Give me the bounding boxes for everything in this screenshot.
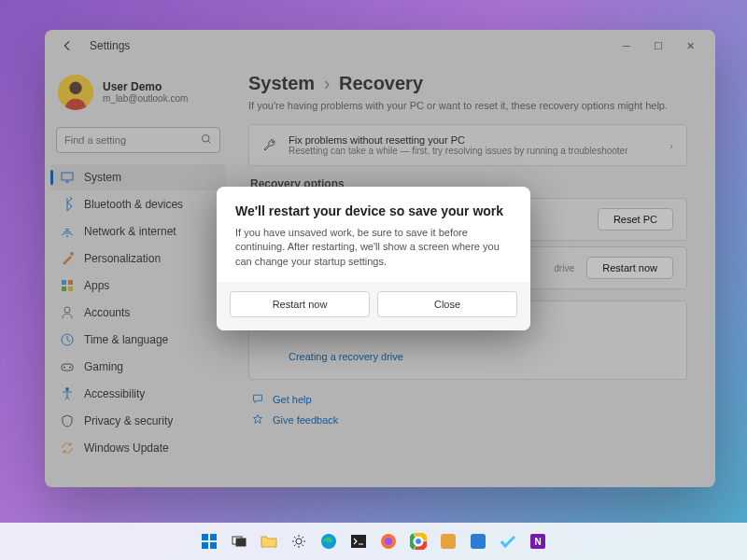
- dialog-text: If you have unsaved work, be sure to sav…: [235, 226, 512, 269]
- app-icon-2[interactable]: [465, 528, 491, 554]
- terminal-icon[interactable]: [345, 528, 372, 554]
- edge-icon[interactable]: [316, 528, 342, 554]
- onenote-icon[interactable]: N: [525, 528, 551, 554]
- svg-rect-25: [351, 535, 366, 548]
- dialog-title: We'll restart your device so save your w…: [235, 203, 512, 218]
- start-button[interactable]: [196, 528, 222, 554]
- modal-overlay: We'll restart your device so save your w…: [0, 0, 747, 560]
- svg-rect-20: [210, 542, 217, 549]
- chrome-icon[interactable]: [405, 528, 431, 554]
- explorer-icon[interactable]: [256, 528, 282, 554]
- firefox-icon[interactable]: [375, 528, 402, 554]
- restart-dialog: We'll restart your device so save your w…: [217, 187, 530, 330]
- dialog-restart-button[interactable]: Restart now: [230, 291, 370, 317]
- taskbar: N: [0, 523, 747, 560]
- svg-rect-22: [236, 539, 246, 546]
- svg-point-23: [296, 539, 302, 544]
- dialog-close-button[interactable]: Close: [377, 291, 517, 317]
- app-icon-3[interactable]: [495, 528, 521, 554]
- svg-rect-17: [202, 534, 208, 540]
- svg-rect-19: [202, 542, 208, 549]
- settings-icon[interactable]: [286, 528, 312, 554]
- svg-rect-34: [471, 534, 486, 549]
- svg-point-32: [416, 539, 422, 545]
- svg-rect-18: [210, 534, 217, 540]
- app-icon-1[interactable]: [435, 528, 461, 554]
- task-view-icon[interactable]: [226, 528, 252, 554]
- svg-text:N: N: [534, 537, 541, 547]
- svg-point-27: [385, 538, 392, 545]
- svg-rect-33: [441, 534, 456, 549]
